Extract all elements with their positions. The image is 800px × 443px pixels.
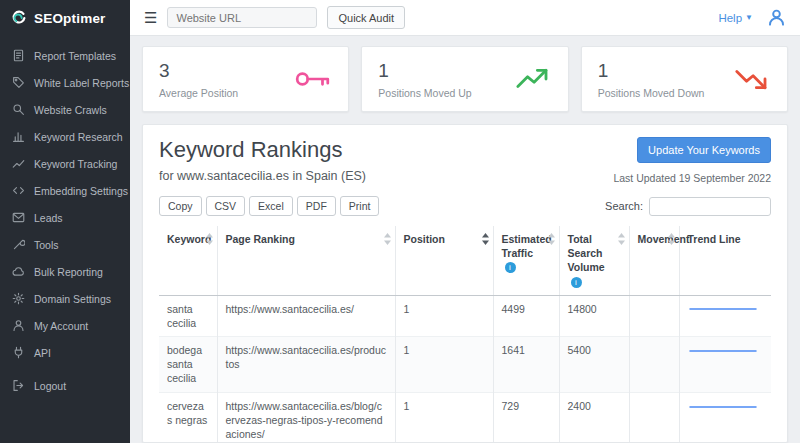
seoptimer-logo-icon [10, 9, 28, 27]
sidebar-item-label: My Account [34, 320, 88, 332]
user-icon [12, 319, 25, 332]
sidebar-item-domain-settings[interactable]: Domain Settings [0, 285, 130, 312]
page-subtitle: for www.santacecilia.es in Spain (ES) [159, 169, 366, 183]
export-pdf-button[interactable]: PDF [297, 196, 336, 216]
sort-icon[interactable] [618, 233, 625, 245]
keyword-cell: bodega santa cecilia [159, 337, 217, 393]
sort-icon[interactable] [668, 233, 675, 245]
stat-value: 1 [378, 60, 471, 82]
export-copy-button[interactable]: Copy [159, 196, 202, 216]
total-search-volume-cell: 14800 [559, 295, 629, 336]
key-icon [294, 66, 332, 92]
stat-label: Positions Moved Down [598, 87, 705, 99]
page-title: Keyword Rankings [159, 137, 366, 163]
column-header-label: Estimated Traffic [502, 233, 552, 259]
user-account-icon[interactable] [767, 8, 786, 27]
logo[interactable]: SEOptimer [0, 0, 130, 36]
website-url-input[interactable] [167, 7, 317, 28]
column-header-label: Total Search Volume [568, 233, 605, 273]
sidebar-item-keyword-research[interactable]: Keyword Research [0, 123, 130, 150]
menu-icon[interactable]: ☰ [144, 10, 157, 25]
sidebar-item-tools[interactable]: Tools [0, 231, 130, 258]
sidebar-item-website-crawls[interactable]: Website Crawls [0, 96, 130, 123]
plug-icon [12, 346, 25, 359]
content: 3Average Position1Positions Moved Up1Pos… [130, 36, 800, 443]
sidebar-item-bulk-reporting[interactable]: Bulk Reporting [0, 258, 130, 285]
sidebar-item-label: Keyword Tracking [34, 158, 117, 170]
position-cell: 1 [395, 337, 493, 393]
sidebar-item-label: Embedding Settings [34, 185, 128, 197]
movement-cell [629, 295, 679, 336]
document-icon [12, 49, 25, 62]
sidebar-item-my-account[interactable]: My Account [0, 312, 130, 339]
sidebar-item-label: Domain Settings [34, 293, 111, 305]
export-csv-button[interactable]: CSV [206, 196, 246, 216]
gear-icon [12, 292, 25, 305]
search-input[interactable] [649, 197, 771, 216]
sidebar-item-label: Website Crawls [34, 104, 107, 116]
sidebar-item-leads[interactable]: Leads [0, 204, 130, 231]
trend-sparkline [688, 343, 758, 361]
cloud-icon [12, 265, 25, 278]
export-buttons: CopyCSVExcelPDFPrint [159, 196, 383, 216]
sidebar-item-label: Leads [34, 212, 63, 224]
column-header-keyword[interactable]: Keyword [159, 226, 217, 295]
trend-down-icon [733, 66, 771, 92]
column-header-page-ranking[interactable]: Page Ranking [217, 226, 395, 295]
table-row: cervezas negrashttps://www.santacecilia.… [159, 392, 771, 443]
info-icon[interactable]: i [505, 262, 516, 273]
sidebar-item-logout[interactable]: Logout [0, 372, 130, 399]
sidebar-item-white-label-reports[interactable]: White Label Reports [0, 69, 130, 96]
last-updated-text: Last Updated 19 September 2022 [613, 172, 771, 184]
sort-icon[interactable] [482, 233, 489, 245]
column-header-position[interactable]: Position [395, 226, 493, 295]
trend-sparkline [688, 302, 758, 320]
info-icon[interactable]: i [571, 277, 582, 288]
stat-card-positions-moved-down: 1Positions Moved Down [581, 46, 788, 112]
caret-down-icon: ▼ [745, 13, 753, 22]
column-header-movement[interactable]: Movement [629, 226, 679, 295]
keyword-table-header-row: KeywordPage RankingPositionEstimated Tra… [159, 226, 771, 295]
update-keywords-button[interactable]: Update Your Keywords [637, 137, 771, 163]
sidebar-item-label: Keyword Research [34, 131, 123, 143]
sidebar-item-label: White Label Reports [34, 77, 129, 89]
keyword-rankings-panel: Keyword Rankings for www.santacecilia.es… [142, 124, 788, 443]
keyword-cell: cervezas negras [159, 392, 217, 443]
sort-icon[interactable] [384, 233, 391, 245]
table-toolbar: CopyCSVExcelPDFPrint Search: [159, 196, 771, 216]
keyword-rankings-table: KeywordPage RankingPositionEstimated Tra… [159, 226, 771, 443]
panel-header: Keyword Rankings for www.santacecilia.es… [159, 137, 771, 184]
sidebar-item-label: Report Templates [34, 50, 116, 62]
logout-icon [12, 379, 25, 392]
embed-icon [12, 184, 25, 197]
movement-cell [629, 337, 679, 393]
column-header-estimated-traffic[interactable]: Estimated Traffici [493, 226, 559, 295]
table-row: santa ceciliahttps://www.santacecilia.es… [159, 295, 771, 336]
app-window: SEOptimer Report TemplatesWhite Label Re… [0, 0, 800, 443]
trend-line-cell [679, 392, 771, 443]
trend-line-cell [679, 295, 771, 336]
sort-icon[interactable] [206, 233, 213, 245]
column-header-total-search-volume[interactable]: Total Search Volumei [559, 226, 629, 295]
column-header-label: Trend Line [688, 233, 741, 245]
estimated-traffic-cell: 4499 [493, 295, 559, 336]
sidebar-item-embedding-settings[interactable]: Embedding Settings [0, 177, 130, 204]
panel-header-left: Keyword Rankings for www.santacecilia.es… [159, 137, 366, 183]
line-chart-icon [12, 157, 25, 170]
column-header-trend-line: Trend Line [679, 226, 771, 295]
sort-icon[interactable] [548, 233, 555, 245]
export-print-button[interactable]: Print [340, 196, 380, 216]
sidebar-item-label: Tools [34, 239, 59, 251]
help-menu[interactable]: Help ▼ [718, 12, 753, 24]
quick-audit-button[interactable]: Quick Audit [327, 6, 405, 29]
position-cell: 1 [395, 295, 493, 336]
sidebar-item-api[interactable]: API [0, 339, 130, 366]
estimated-traffic-cell: 729 [493, 392, 559, 443]
topbar: ☰ Quick Audit Help ▼ [130, 0, 800, 36]
sidebar-item-report-templates[interactable]: Report Templates [0, 42, 130, 69]
export-excel-button[interactable]: Excel [249, 196, 293, 216]
keyword-table-body: santa ceciliahttps://www.santacecilia.es… [159, 295, 771, 443]
wrench-icon [12, 238, 25, 251]
sidebar-item-keyword-tracking[interactable]: Keyword Tracking [0, 150, 130, 177]
movement-cell [629, 392, 679, 443]
